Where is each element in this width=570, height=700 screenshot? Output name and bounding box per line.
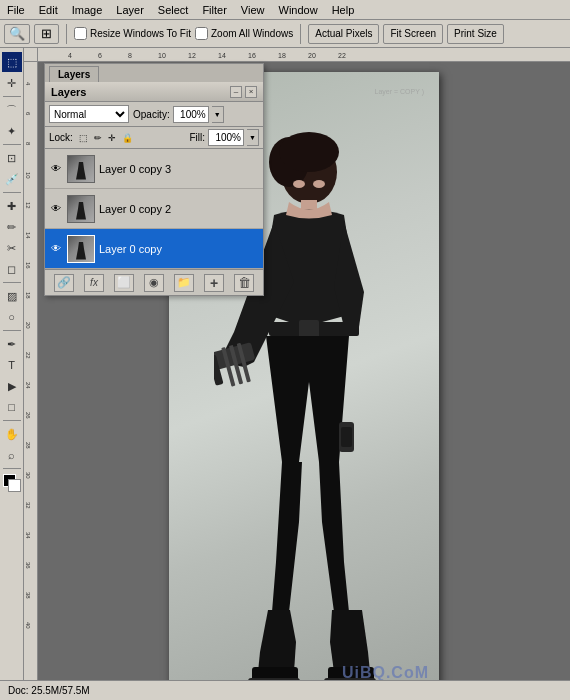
lasso-tool[interactable]: ⌒: [2, 100, 22, 120]
zoom-icon[interactable]: 🔍: [4, 24, 30, 44]
delete-layer-button[interactable]: 🗑: [234, 274, 254, 292]
tool-separator-4: [3, 282, 21, 283]
menu-filter[interactable]: Filter: [195, 2, 233, 18]
layers-lock-row: Lock: ⬚ ✏ ✛ 🔒 Fill: ▼: [45, 127, 263, 149]
status-bar: Doc: 25.5M/57.5M: [0, 680, 570, 700]
layers-tab-bar: Layers: [45, 64, 263, 82]
options-bar: 🔍 ⊞ Resize Windows To Fit Zoom All Windo…: [0, 20, 570, 48]
resize-windows-label: Resize Windows To Fit: [74, 27, 191, 40]
layer-item-copy3[interactable]: 👁 Layer 0 copy 3: [45, 149, 263, 189]
crop-tool[interactable]: ⊡: [2, 148, 22, 168]
layer-name-copy: Layer 0 copy: [99, 243, 259, 255]
shape-tool[interactable]: □: [2, 397, 22, 417]
dodge-tool[interactable]: ○: [2, 307, 22, 327]
transparent-lock-icon[interactable]: ⬚: [79, 133, 88, 143]
zoom-all-windows-checkbox[interactable]: [195, 27, 208, 40]
tool-separator-3: [3, 192, 21, 193]
layers-tab[interactable]: Layers: [49, 66, 99, 82]
fx-button[interactable]: fx: [84, 274, 104, 292]
watermark: UiBQ.CoM: [342, 664, 429, 680]
ruler-horizontal: 4 6 8 10 12 14 16 18 20 22: [38, 48, 570, 62]
layer-name-copy2: Layer 0 copy 2: [99, 203, 259, 215]
position-lock-icon[interactable]: ✛: [108, 133, 116, 143]
toolbar: ⬚ ✛ ⌒ ✦ ⊡ 💉 ✚ ✏ ✂ ◻ ▨ ○ ✒ T ▶ □ ✋ ⌕: [0, 48, 24, 680]
menu-window[interactable]: Window: [272, 2, 325, 18]
ruler-corner: [24, 48, 38, 62]
zoom-all-windows-label: Zoom All Windows: [195, 27, 293, 40]
group-button[interactable]: 📁: [174, 274, 194, 292]
color-swatches[interactable]: [3, 474, 21, 492]
svg-rect-16: [341, 427, 352, 447]
menu-select[interactable]: Select: [151, 2, 196, 18]
fill-label: Fill:: [189, 132, 205, 143]
opacity-label: Opacity:: [133, 109, 170, 120]
clone-stamp-tool[interactable]: ✂: [2, 238, 22, 258]
eyedropper-tool[interactable]: 💉: [2, 169, 22, 189]
layers-controls: Normal Dissolve Multiply Screen Overlay …: [45, 102, 263, 127]
fill-input[interactable]: [208, 129, 244, 146]
actual-pixels-button[interactable]: Actual Pixels: [308, 24, 379, 44]
move-tool[interactable]: ✛: [2, 73, 22, 93]
opacity-input[interactable]: [173, 106, 209, 123]
layer-item-copy[interactable]: 👁 Layer 0 copy: [45, 229, 263, 269]
eraser-tool[interactable]: ◻: [2, 259, 22, 279]
tool-separator-5: [3, 330, 21, 331]
layers-footer: 🔗 fx ⬜ ◉ 📁 + 🗑: [45, 269, 263, 295]
adjustment-button[interactable]: ◉: [144, 274, 164, 292]
menu-view[interactable]: View: [234, 2, 272, 18]
layers-list: 👁 Layer 0 copy 3 👁: [45, 149, 263, 269]
tool-separator-2: [3, 144, 21, 145]
path-selection-tool[interactable]: ▶: [2, 376, 22, 396]
menu-image[interactable]: Image: [65, 2, 110, 18]
gradient-tool[interactable]: ▨: [2, 286, 22, 306]
sep1: [66, 24, 67, 44]
tool-separator-7: [3, 468, 21, 469]
menu-bar: File Edit Image Layer Select Filter View…: [0, 0, 570, 20]
svg-point-2: [279, 132, 339, 172]
layer-visibility-copy[interactable]: 👁: [49, 242, 63, 256]
workspace: 4 6 8 10 12 14 16 18 20 22 4 6 8 10 12 1…: [24, 48, 570, 680]
svg-point-18: [313, 180, 325, 188]
mask-button[interactable]: ⬜: [114, 274, 134, 292]
menu-edit[interactable]: Edit: [32, 2, 65, 18]
menu-layer[interactable]: Layer: [109, 2, 151, 18]
opacity-row: Opacity: ▼: [133, 106, 224, 123]
background-color[interactable]: [8, 479, 21, 492]
panel-collapse-button[interactable]: –: [230, 86, 242, 98]
layer-visibility-copy2[interactable]: 👁: [49, 202, 63, 216]
magic-wand-tool[interactable]: ✦: [2, 121, 22, 141]
all-lock-icon[interactable]: 🔒: [122, 133, 133, 143]
image-lock-icon[interactable]: ✏: [94, 133, 102, 143]
opacity-arrow[interactable]: ▼: [212, 106, 224, 123]
pen-tool[interactable]: ✒: [2, 334, 22, 354]
layers-title-bar[interactable]: Layers – ×: [45, 82, 263, 102]
ruler-vertical: 4 6 8 10 12 14 16 18 20 22 24 26 28 30 3…: [24, 62, 38, 680]
panel-title-text: Layers: [51, 86, 86, 98]
layer-thumbnail-copy2: [67, 195, 95, 223]
layers-panel: Layers Layers – × Normal Dissolve Multip…: [44, 63, 264, 296]
layer-thumbnail-copy3: [67, 155, 95, 183]
fit-screen-button[interactable]: Fit Screen: [383, 24, 443, 44]
tool-separator-1: [3, 96, 21, 97]
print-size-button[interactable]: Print Size: [447, 24, 504, 44]
healing-brush-tool[interactable]: ✚: [2, 196, 22, 216]
svg-rect-10: [299, 320, 319, 338]
zoom-box-icon[interactable]: ⊞: [34, 24, 59, 44]
hand-tool[interactable]: ✋: [2, 424, 22, 444]
menu-file[interactable]: File: [0, 2, 32, 18]
new-layer-button[interactable]: +: [204, 274, 224, 292]
resize-windows-checkbox[interactable]: [74, 27, 87, 40]
marquee-tool[interactable]: ⬚: [2, 52, 22, 72]
zoom-tool[interactable]: ⌕: [2, 445, 22, 465]
link-layers-button[interactable]: 🔗: [54, 274, 74, 292]
fill-row: Fill: ▼: [189, 129, 259, 146]
menu-help[interactable]: Help: [325, 2, 362, 18]
layer-visibility-copy3[interactable]: 👁: [49, 162, 63, 176]
layer-item-copy2[interactable]: 👁 Layer 0 copy 2: [45, 189, 263, 229]
lock-label: Lock:: [49, 132, 73, 143]
fill-arrow[interactable]: ▼: [247, 129, 259, 146]
blend-mode-select[interactable]: Normal Dissolve Multiply Screen Overlay: [49, 105, 129, 123]
brush-tool[interactable]: ✏: [2, 217, 22, 237]
type-tool[interactable]: T: [2, 355, 22, 375]
panel-close-button[interactable]: ×: [245, 86, 257, 98]
